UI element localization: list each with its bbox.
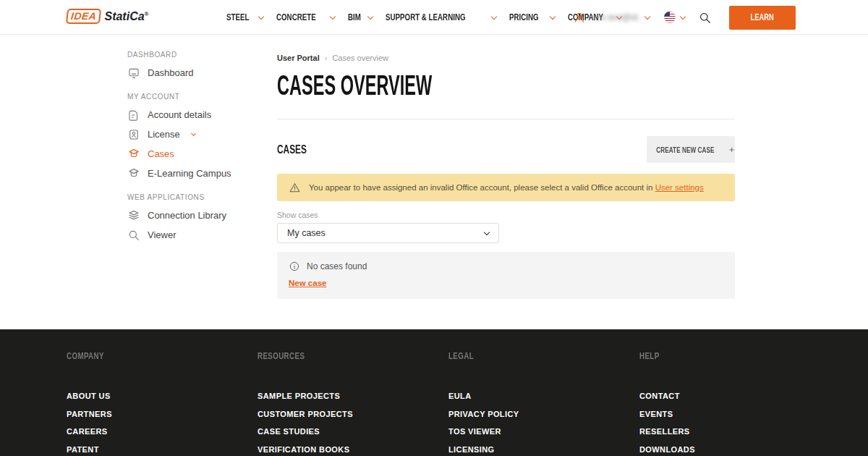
main-menu: STEEL CONCRETE BIM SUPPORT & LEARNING PR… [226, 0, 621, 35]
footer-link-verification-books[interactable]: VERIFICATION BOOKS [258, 445, 448, 454]
page-title: CASES OVERVIEW [277, 72, 735, 99]
no-cases-message: No cases found [307, 261, 367, 271]
show-cases-select[interactable]: My cases [277, 223, 499, 243]
top-navigation-bar: IDEA StatiCa® STEEL CONCRETE BIM SUPPORT… [0, 0, 868, 35]
sidebar-section-my-account: MY ACCOUNT [127, 93, 254, 101]
breadcrumb-separator: › [325, 54, 328, 62]
statica-logo-text: StatiCa® [104, 10, 148, 23]
footer-link-tos-viewer[interactable]: TOS VIEWER [448, 427, 639, 436]
sidebar-item-cases[interactable]: Cases [127, 144, 254, 164]
search-icon [698, 11, 712, 25]
sidebar-section-web-applications: WEB APPLICATIONS [127, 193, 254, 201]
chevron-down-icon [550, 13, 556, 19]
nav-item-pricing[interactable]: PRICING [509, 12, 555, 22]
document-icon [127, 109, 140, 122]
footer-link-licensing[interactable]: LICENSING [448, 445, 639, 454]
cases-section-title: CASES [277, 143, 320, 157]
footer-link-events[interactable]: EVENTS [639, 410, 830, 418]
user-email-text: ken.test@id... [592, 12, 639, 22]
footer-link-case-studies[interactable]: CASE STUDIES [258, 427, 448, 436]
chevron-down-icon [191, 130, 196, 135]
footer-column-help: HELP CONTACT EVENTS RESELLERS DOWNLOADS [639, 351, 830, 456]
warning-triangle-icon [289, 182, 301, 194]
footer: COMPANY ABOUT US PARTNERS CAREERS PATENT… [0, 329, 868, 456]
learn-button[interactable]: LEARN [729, 6, 796, 30]
breadcrumb-user-portal[interactable]: User Portal [277, 54, 320, 62]
footer-link-patent[interactable]: PATENT [67, 445, 258, 454]
no-cases-panel: No cases found New case [277, 252, 735, 299]
idea-statica-logo[interactable]: IDEA StatiCa® [67, 9, 148, 24]
sidebar: DASHBOARD Dashboard MY ACCOUNT Account d… [127, 51, 254, 245]
sidebar-item-connection-library[interactable]: Connection Library [127, 206, 254, 225]
plus-icon [728, 145, 735, 155]
footer-link-about-us[interactable]: ABOUT US [67, 392, 258, 400]
footer-link-customer-projects[interactable]: CUSTOMER PROJECTS [258, 410, 448, 418]
chevron-down-icon [491, 13, 497, 19]
chevron-down-icon [367, 13, 373, 19]
footer-link-sample-projects[interactable]: SAMPLE PROJECTS [258, 392, 448, 400]
footer-header-legal: LEGAL [448, 351, 639, 361]
no-cases-message-row: No cases found [289, 261, 723, 272]
footer-header-resources: RESOURCES [258, 351, 448, 361]
search-button[interactable] [698, 11, 712, 25]
user-account-menu[interactable]: ken.test@id... [573, 11, 650, 24]
show-cases-label: Show cases [277, 211, 735, 219]
dashboard-icon [127, 67, 140, 80]
nav-item-concrete[interactable]: CONCRETE [276, 12, 335, 22]
footer-link-careers[interactable]: CAREERS [67, 427, 258, 436]
license-badge-icon [127, 128, 140, 141]
case-icon [127, 148, 140, 161]
chevron-down-icon [484, 229, 490, 235]
graduation-cap-icon [127, 167, 140, 180]
footer-column-legal: LEGAL EULA PRIVACY POLICY TOS VIEWER LIC… [448, 351, 639, 456]
cases-section-header: CASES CREATE NEW CASE [277, 136, 735, 163]
footer-header-company: COMPANY [67, 351, 258, 361]
breadcrumb-current: Cases overview [332, 54, 388, 62]
footer-link-partners[interactable]: PARTNERS [67, 410, 258, 418]
nav-item-bim[interactable]: BIM [348, 12, 373, 22]
magnifier-icon [127, 229, 140, 242]
warning-message: You appear to have assigned an invalid O… [309, 183, 704, 192]
chevron-down-icon [258, 13, 264, 19]
sidebar-item-license[interactable]: License [127, 124, 254, 144]
footer-header-help: HELP [639, 351, 830, 361]
sidebar-item-account-details[interactable]: Account details [127, 105, 254, 124]
header-controls: ken.test@id... LEARN [573, 0, 796, 35]
footer-column-company: COMPANY ABOUT US PARTNERS CAREERS PATENT [67, 351, 258, 456]
main-content: User Portal › Cases overview CASES OVERV… [277, 54, 735, 299]
nav-item-steel[interactable]: STEEL [226, 12, 263, 22]
chevron-down-icon [330, 13, 336, 19]
user-icon [573, 11, 586, 24]
idea-logo-mark: IDEA [66, 9, 102, 24]
sidebar-item-dashboard[interactable]: Dashboard [127, 63, 254, 83]
invalid-office-account-warning: You appear to have assigned an invalid O… [277, 174, 735, 201]
layers-icon [127, 209, 140, 222]
user-settings-link[interactable]: User settings [655, 183, 704, 192]
sidebar-item-viewer[interactable]: Viewer [127, 225, 254, 245]
nav-item-support-learning[interactable]: SUPPORT & LEARNING [386, 12, 496, 22]
footer-link-privacy-policy[interactable]: PRIVACY POLICY [448, 410, 639, 418]
select-value: My cases [287, 228, 326, 238]
info-icon [289, 261, 300, 272]
us-flag-icon [664, 12, 676, 23]
footer-link-eula[interactable]: EULA [448, 392, 639, 400]
footer-link-downloads[interactable]: DOWNLOADS [639, 445, 830, 454]
title-divider [277, 119, 735, 119]
sidebar-item-elearning-campus[interactable]: E-Learning Campus [127, 164, 254, 183]
new-case-link[interactable]: New case [289, 279, 326, 287]
footer-link-contact[interactable]: CONTACT [639, 392, 830, 400]
footer-link-resellers[interactable]: RESELLERS [639, 427, 830, 436]
language-selector[interactable] [664, 12, 685, 23]
registered-mark: ® [145, 10, 149, 17]
chevron-down-icon [680, 13, 686, 19]
chevron-down-icon [644, 13, 650, 19]
breadcrumb: User Portal › Cases overview [277, 54, 735, 62]
sidebar-section-dashboard: DASHBOARD [127, 51, 254, 59]
create-new-case-button[interactable]: CREATE NEW CASE [647, 136, 735, 163]
footer-column-resources: RESOURCES SAMPLE PROJECTS CUSTOMER PROJE… [258, 351, 448, 456]
